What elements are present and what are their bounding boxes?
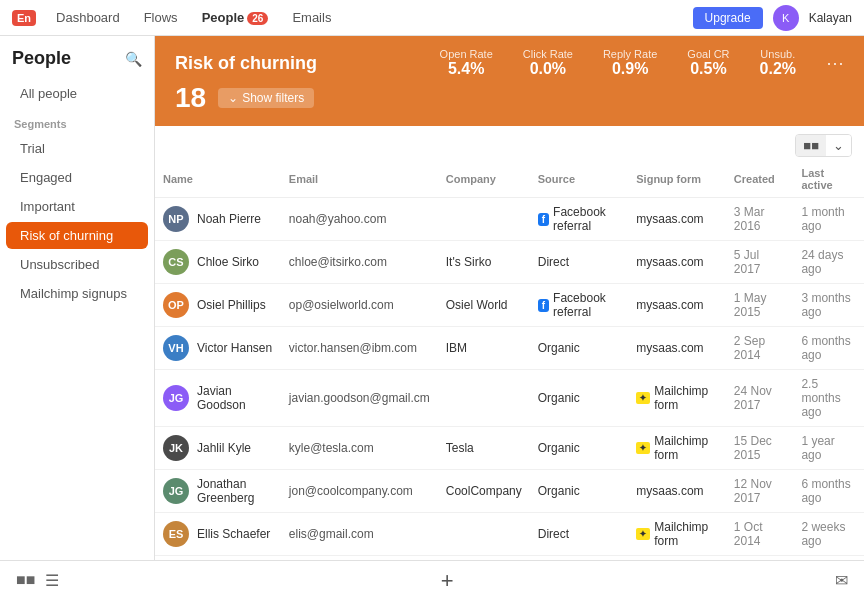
nav-people[interactable]: People26 <box>198 10 273 25</box>
cell-last-active: 1 year ago <box>793 427 864 470</box>
cell-created: 15 Dec 2015 <box>726 427 794 470</box>
view-toggle: ■■ ⌄ <box>795 134 852 157</box>
people-badge: 26 <box>247 12 268 25</box>
nav-right: Upgrade K Kalayan <box>693 5 852 31</box>
cell-signup: mysaas.com <box>628 198 726 241</box>
cell-source: Organic <box>530 470 629 513</box>
sidebar-item-mailchimp-signups[interactable]: Mailchimp signups <box>6 280 148 307</box>
table-row[interactable]: NP Noah Pierre noah@yahoo.com f Facebook… <box>155 198 864 241</box>
cell-name: ES Ellis Schaefer <box>155 513 281 556</box>
grid-view-button[interactable]: ■■ <box>796 135 826 156</box>
table-row[interactable]: CS Chloe Sirko chloe@itsirko.com It's Si… <box>155 241 864 284</box>
cell-email: op@osielworld.com <box>281 284 438 327</box>
table-row[interactable]: OP Osiel Phillips op@osielworld.com Osie… <box>155 284 864 327</box>
table-row[interactable]: JG Jonathan Greenberg jon@coolcompany.co… <box>155 470 864 513</box>
cell-signup: mysaas.com <box>628 470 726 513</box>
sidebar-item-engaged[interactable]: Engaged <box>6 164 148 191</box>
nav-emails[interactable]: Emails <box>288 10 335 25</box>
cell-signup: ✦ Mailchimp form <box>628 370 726 427</box>
cell-name: JK Jahlil Kyle <box>155 427 281 470</box>
people-table: Name Email Company Source Signup form Cr… <box>155 161 864 560</box>
top-nav: En Dashboard Flows People26 Emails Upgra… <box>0 0 864 36</box>
cell-company: IBM <box>438 327 530 370</box>
cell-last-active: 3 months ago <box>793 284 864 327</box>
table-header-row: Name Email Company Source Signup form Cr… <box>155 161 864 198</box>
cell-name: NP Noah Pierre <box>155 198 281 241</box>
search-icon[interactable]: 🔍 <box>125 51 142 67</box>
stat-reply-rate: Reply Rate 0.9% <box>603 48 657 78</box>
cell-created: 1 Oct 2014 <box>726 513 794 556</box>
person-name: Osiel Phillips <box>197 298 266 312</box>
sidebar-item-trial[interactable]: Trial <box>6 135 148 162</box>
cell-email: victor.hansen@ibm.com <box>281 327 438 370</box>
facebook-icon: f <box>538 213 549 226</box>
banner-more-icon[interactable]: ⋯ <box>826 52 844 74</box>
col-source: Source <box>530 161 629 198</box>
col-company: Company <box>438 161 530 198</box>
cell-company <box>438 513 530 556</box>
nav-flows[interactable]: Flows <box>140 10 182 25</box>
sidebar-item-important[interactable]: Important <box>6 193 148 220</box>
bottom-left: ■■ ☰ <box>16 571 59 590</box>
cell-source: Direct <box>530 241 629 284</box>
people-table-area: ■■ ⌄ Name Email Company Source Signup fo… <box>155 126 864 560</box>
cell-signup: mysaas.com <box>628 241 726 284</box>
cell-name: OP Osiel Phillips <box>155 284 281 327</box>
compose-icon[interactable]: ✉ <box>835 571 848 590</box>
cell-last-active: 2 weeks ago <box>793 513 864 556</box>
cell-name: VH Victor Hansen <box>155 327 281 370</box>
cell-signup: ✦ Mailchimp form <box>628 427 726 470</box>
stat-goal-cr: Goal CR 0.5% <box>687 48 729 78</box>
grid-icon[interactable]: ■■ <box>16 571 35 590</box>
person-name: Victor Hansen <box>197 341 272 355</box>
sidebar-item-risk-of-churning[interactable]: Risk of churning <box>6 222 148 249</box>
list-view-button[interactable]: ⌄ <box>826 135 851 156</box>
person-name: Noah Pierre <box>197 212 261 226</box>
content-area: Risk of churning Open Rate 5.4% Click Ra… <box>155 36 864 560</box>
segment-banner: Risk of churning Open Rate 5.4% Click Ra… <box>155 36 864 126</box>
table-row[interactable]: VH Victor Hansen victor.hansen@ibm.com I… <box>155 327 864 370</box>
cell-source: f Facebook referral <box>530 284 629 327</box>
person-name: Jonathan Greenberg <box>197 477 273 505</box>
user-avatar[interactable]: K <box>773 5 799 31</box>
table-row[interactable]: JG Javian Goodson javian.goodson@gmail.c… <box>155 370 864 427</box>
sidebar-title: People <box>12 48 71 69</box>
sidebar-segments-label: Segments <box>0 108 154 134</box>
cell-last-active: 2.5 months ago <box>793 370 864 427</box>
person-name: Jahlil Kyle <box>197 441 251 455</box>
col-name: Name <box>155 161 281 198</box>
banner-bottom: 18 ⌄ Show filters <box>175 82 844 114</box>
col-last-active: Last active <box>793 161 864 198</box>
upgrade-button[interactable]: Upgrade <box>693 7 763 29</box>
cell-email: kyle@tesla.com <box>281 427 438 470</box>
cell-source: f Facebook referral <box>530 198 629 241</box>
cell-source: Organic <box>530 427 629 470</box>
nav-dashboard[interactable]: Dashboard <box>52 10 124 25</box>
user-name: Kalayan <box>809 11 852 25</box>
sidebar-item-all-people[interactable]: All people <box>6 80 148 107</box>
sidebar-item-unsubscribed[interactable]: Unsubscribed <box>6 251 148 278</box>
cell-created: 24 Nov 2017 <box>726 370 794 427</box>
cell-signup: mysaas.com <box>628 327 726 370</box>
main-layout: People 🔍 All people Segments Trial Engag… <box>0 36 864 560</box>
list-icon[interactable]: ☰ <box>45 571 59 590</box>
cell-email: elis@gmail.com <box>281 513 438 556</box>
person-name: Chloe Sirko <box>197 255 259 269</box>
cell-signup: ✦ Mailchimp form <box>628 513 726 556</box>
cell-company: It's Sirko <box>438 241 530 284</box>
col-email: Email <box>281 161 438 198</box>
cell-email: noah@yahoo.com <box>281 198 438 241</box>
nav-logo: En <box>12 10 36 26</box>
cell-created: 2 Sep 2014 <box>726 327 794 370</box>
show-filters-button[interactable]: ⌄ Show filters <box>218 88 314 108</box>
cell-source: Direct <box>530 513 629 556</box>
add-button[interactable]: + <box>441 568 454 594</box>
cell-email: chloe@itsirko.com <box>281 241 438 284</box>
stat-click-rate: Click Rate 0.0% <box>523 48 573 78</box>
cell-source: Organic <box>530 327 629 370</box>
table-row[interactable]: JK Jahlil Kyle kyle@tesla.com Tesla Orga… <box>155 427 864 470</box>
cell-company <box>438 198 530 241</box>
cell-company <box>438 370 530 427</box>
cell-created: 12 Nov 2017 <box>726 470 794 513</box>
table-row[interactable]: ES Ellis Schaefer elis@gmail.com Direct … <box>155 513 864 556</box>
